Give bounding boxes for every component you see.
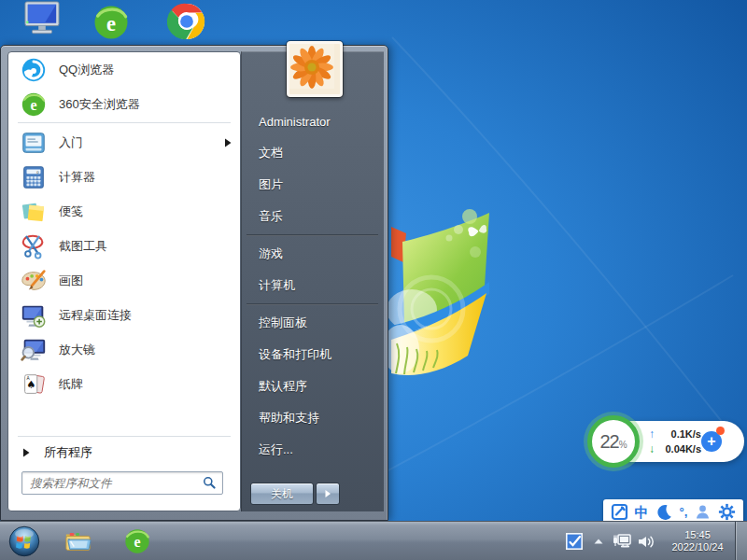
desktop-icon-computer[interactable] [21,1,63,36]
desktop-icon-chrome[interactable] [167,2,206,41]
moon-icon[interactable] [655,503,673,521]
svg-text:e: e [30,97,36,113]
svg-text:e: e [106,12,116,35]
start-button[interactable] [7,525,41,558]
program-label: 纸牌 [59,376,233,393]
start-menu-right-item[interactable]: 运行... [241,434,384,466]
shutdown-options-button[interactable] [316,483,340,505]
program-label: 360安全浏览器 [59,96,233,113]
upload-speed: 0.1K/s [671,428,701,440]
program-label: 远程桌面连接 [59,307,233,324]
start-menu-right-item[interactable]: 设备和打印机 [241,339,384,371]
submenu-arrow-icon [223,138,233,147]
paint-icon [20,267,48,295]
shutdown-button[interactable]: 关机 [250,483,314,505]
start-menu-program-item[interactable]: e360安全浏览器 [8,87,240,121]
shutdown-row: 关机 [241,483,384,505]
network-icon[interactable] [612,532,632,551]
memory-usage-ball[interactable]: 22 % [587,415,640,468]
ime-punctuation-icon[interactable]: °, [680,506,688,518]
start-menu-program-item[interactable]: 放大镜 [8,332,240,367]
ime-language-mode-icon[interactable]: 中 [635,505,649,519]
user-avatar[interactable] [287,41,343,97]
divider [18,436,231,438]
chrome-icon [167,2,206,41]
ime-status-icon[interactable] [611,503,628,521]
tray-checkbox-icon[interactable] [565,532,584,551]
search-icon[interactable] [202,475,217,490]
program-label: 放大镜 [59,342,233,358]
desktop-icon-360-browser[interactable]: e [92,4,130,41]
right-arrow-icon [21,448,31,457]
notification-dot [716,427,725,435]
desktop: e ↑ 0.1K/s ↓ 0.04K/s + 22 % 中 [0,0,747,560]
start-menu-program-item[interactable]: QQ浏览器 [8,52,240,87]
taskbar-360-browser-button[interactable]: e [123,527,151,555]
start-menu-right-item[interactable]: 帮助和支持 [241,402,384,434]
person-icon[interactable] [694,503,712,521]
start-menu-program-item[interactable]: ♠A纸牌 [8,367,240,401]
download-arrow-icon: ↓ [649,442,655,455]
all-programs-label: 所有程序 [44,444,92,461]
clock-date: 2022/10/24 [660,541,735,553]
show-hidden-icons-button[interactable] [593,537,604,546]
taskbar-clock[interactable]: 15:45 2022/10/24 [660,529,735,553]
getting-started-icon [20,129,48,157]
remote-desktop-icon [20,301,48,329]
download-row: ↓ 0.04K/s [649,441,701,456]
start-menu-right-item[interactable]: 默认程序 [241,371,384,402]
start-menu-program-item[interactable]: 远程桌面连接 [8,298,240,332]
start-menu-right-item[interactable]: 游戏 [241,238,384,270]
start-menu-right-item[interactable]: 计算机 [241,270,384,301]
gear-icon[interactable] [718,503,736,521]
flower-avatar-image [289,44,340,89]
show-desktop-button[interactable] [735,522,747,560]
computer-icon [21,1,63,36]
divider [247,303,378,305]
snipping-tool-icon [20,232,48,260]
shutdown-arrow-icon [323,489,332,498]
download-speed: 0.04K/s [665,443,701,455]
start-menu-program-item[interactable]: 截图工具 [8,229,240,263]
start-menu-right-item[interactable]: 图片 [241,169,384,201]
volume-icon[interactable] [636,532,656,551]
clock-time: 15:45 [660,529,735,541]
program-label: 计算器 [59,169,233,186]
qq-browser-icon [20,56,48,84]
svg-text:e: e [134,534,140,550]
start-menu-program-item[interactable]: 0计算器 [8,160,240,194]
search-input[interactable] [21,471,223,495]
start-menu-right-item[interactable]: 文档 [241,137,384,169]
program-label: 画图 [59,273,233,289]
system-tray: 15:45 2022/10/24 [565,522,735,560]
explorer-folder-icon [62,527,95,555]
start-menu-program-item[interactable]: 便笺 [8,194,240,229]
all-programs-button[interactable]: 所有程序 [8,439,240,467]
taskbar: e 15:45 2022/10/24 [0,521,747,560]
start-menu-program-item[interactable]: 入门 [8,125,240,160]
program-label: 入门 [59,134,212,151]
program-label: QQ浏览器 [59,62,233,78]
start-menu-left-panel: QQ浏览器e360安全浏览器入门0计算器便笺截图工具画图远程桌面连接放大镜♠A纸… [7,51,241,511]
divider [247,234,378,236]
sticky-notes-icon [20,198,48,226]
360-browser-icon: e [92,4,130,41]
net-speed-widget: ↑ 0.1K/s ↓ 0.04K/s + 22 % [586,414,745,469]
360-browser-icon: e [123,527,151,555]
user-name-item[interactable]: Administrator [241,105,384,137]
program-label: 截图工具 [59,238,233,255]
start-menu: QQ浏览器e360安全浏览器入门0计算器便笺截图工具画图远程桌面连接放大镜♠A纸… [0,45,388,521]
start-menu-right-item[interactable]: 控制面板 [241,307,384,339]
start-menu-program-item[interactable]: 画图 [8,263,240,298]
taskbar-explorer-button[interactable] [62,527,95,555]
program-label: 便笺 [59,203,233,220]
start-menu-right-item[interactable]: 音乐 [241,201,384,232]
divider [18,122,231,124]
calculator-icon: 0 [20,163,48,191]
360-browser-icon: e [20,91,48,119]
upload-arrow-icon: ↑ [649,427,655,441]
start-orb-icon [7,525,41,558]
memory-percent-unit: % [619,440,627,450]
upload-row: ↑ 0.1K/s [649,427,701,441]
start-menu-right-panel: Administrator 文档图片音乐游戏计算机控制面板设备和打印机默认程序帮… [241,51,384,511]
